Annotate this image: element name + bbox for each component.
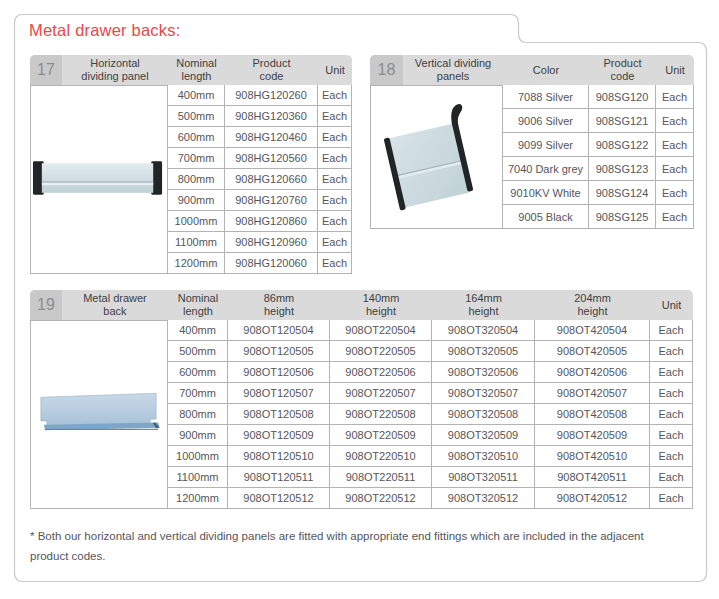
table-rows: 400mm908HG120260Each500mm908HG120360Each… bbox=[168, 85, 352, 274]
table-cell: 908HG120460 bbox=[225, 127, 318, 148]
table-row: 700mm908OT120507908OT220507908OT32050790… bbox=[168, 383, 693, 404]
table-row: 600mm908HG120460Each bbox=[168, 127, 352, 148]
table-body: 7088 Silver908SG120Each9006 Silver908SG1… bbox=[370, 85, 694, 229]
table-row: 900mm908OT120509908OT220509908OT32050990… bbox=[168, 425, 693, 446]
table-cell: Each bbox=[318, 169, 352, 190]
table-cell: 1100mm bbox=[168, 232, 225, 253]
table-cell: Each bbox=[656, 181, 694, 205]
table-cell: 908OT120512 bbox=[228, 488, 330, 509]
table-cell: Each bbox=[650, 341, 693, 362]
table-cell: 908OT420510 bbox=[535, 446, 650, 467]
table-rows: 7088 Silver908SG120Each9006 Silver908SG1… bbox=[503, 85, 694, 229]
table-cell: Each bbox=[650, 362, 693, 383]
table-row: 1100mm908OT120511908OT220511908OT3205119… bbox=[168, 467, 693, 488]
table-cell: 908OT220509 bbox=[330, 425, 432, 446]
table-cell: Each bbox=[318, 190, 352, 211]
table-cell: 400mm bbox=[168, 320, 228, 341]
table-cell: 908SG123 bbox=[589, 157, 656, 181]
table-body: 400mm908OT120504908OT220504908OT32050490… bbox=[30, 320, 693, 509]
table-row: 7040 Dark grey908SG123Each bbox=[503, 157, 694, 181]
table-cell: 908HG120360 bbox=[225, 106, 318, 127]
table-row: 600mm908OT120506908OT220506908OT32050690… bbox=[168, 362, 693, 383]
table-cell: 400mm bbox=[168, 85, 225, 106]
table-cell: 900mm bbox=[168, 425, 228, 446]
table-row: 9006 Silver908SG121Each bbox=[503, 109, 694, 133]
table-image-cell bbox=[30, 320, 168, 509]
table-cell: 908OT120511 bbox=[228, 467, 330, 488]
table-cell: 908OT420508 bbox=[535, 404, 650, 425]
table-body: 400mm908HG120260Each500mm908HG120360Each… bbox=[30, 85, 352, 274]
table-cell: 908OT120507 bbox=[228, 383, 330, 404]
table-image-cell bbox=[370, 85, 503, 229]
table-cell: 9006 Silver bbox=[503, 109, 589, 133]
table-row: 500mm908HG120360Each bbox=[168, 106, 352, 127]
table-cell: 908OT120508 bbox=[228, 404, 330, 425]
table-cell: 908SG125 bbox=[589, 205, 656, 229]
table-cell: 500mm bbox=[168, 341, 228, 362]
table-cell: 700mm bbox=[168, 383, 228, 404]
table-cell: 1200mm bbox=[168, 253, 225, 274]
table-cell: 908OT420506 bbox=[535, 362, 650, 383]
table-rows: 400mm908OT120504908OT220504908OT32050490… bbox=[168, 320, 693, 509]
column-header: Unit bbox=[318, 55, 352, 85]
column-header: Metal drawer back bbox=[62, 290, 168, 320]
table-row: 400mm908HG120260Each bbox=[168, 85, 352, 106]
table-cell: 908OT120510 bbox=[228, 446, 330, 467]
table-row: 800mm908OT120508908OT220508908OT32050890… bbox=[168, 404, 693, 425]
table-cell: 908OT120505 bbox=[228, 341, 330, 362]
table-row: 700mm908HG120560Each bbox=[168, 148, 352, 169]
table-cell: Each bbox=[318, 127, 352, 148]
table-cell: 908HG120560 bbox=[225, 148, 318, 169]
table-cell: Each bbox=[318, 85, 352, 106]
table-cell: 908OT320509 bbox=[432, 425, 535, 446]
table-cell: 908OT320505 bbox=[432, 341, 535, 362]
table-cell: 908HG120660 bbox=[225, 169, 318, 190]
metal-drawer-back-image bbox=[31, 321, 167, 508]
table-cell: Each bbox=[318, 232, 352, 253]
table-cell: Each bbox=[650, 467, 693, 488]
column-header: 164mm height bbox=[432, 290, 535, 320]
table-cell: 908OT220511 bbox=[330, 467, 432, 488]
table-cell: 908OT220508 bbox=[330, 404, 432, 425]
table-cell: 1200mm bbox=[168, 488, 228, 509]
table-cell: Each bbox=[656, 157, 694, 181]
table-cell: 908OT320506 bbox=[432, 362, 535, 383]
column-header: Color bbox=[503, 55, 589, 85]
table-cell: Each bbox=[656, 85, 694, 109]
product-table-19: 19 Metal drawer back Nominal length 86mm… bbox=[30, 290, 693, 509]
table-number-badge: 18 bbox=[370, 55, 403, 85]
table-row: 400mm908OT120504908OT220504908OT32050490… bbox=[168, 320, 693, 341]
table-cell: Each bbox=[318, 106, 352, 127]
table-cell: 908HG120860 bbox=[225, 211, 318, 232]
table-row: 7088 Silver908SG120Each bbox=[503, 85, 694, 109]
table-cell: 908SG124 bbox=[589, 181, 656, 205]
table-cell: 908OT220504 bbox=[330, 320, 432, 341]
table-cell: Each bbox=[650, 425, 693, 446]
table-cell: 908SG120 bbox=[589, 85, 656, 109]
table-number-badge: 17 bbox=[30, 55, 62, 85]
table-cell: 600mm bbox=[168, 127, 225, 148]
column-header: Unit bbox=[650, 290, 693, 320]
column-header: Nominal length bbox=[168, 290, 228, 320]
table-cell: 908OT420511 bbox=[535, 467, 650, 488]
product-table-17: 17 Horizontal dividing panel Nominal len… bbox=[30, 55, 352, 274]
table-cell: Each bbox=[318, 253, 352, 274]
table-cell: 908HG120060 bbox=[225, 253, 318, 274]
table-cell: 908OT320510 bbox=[432, 446, 535, 467]
catalog-page: { "page": { "title": "Metal drawer backs… bbox=[0, 0, 719, 599]
column-header: 204mm height bbox=[535, 290, 650, 320]
table-row: 500mm908OT120505908OT220505908OT32050590… bbox=[168, 341, 693, 362]
table-cell: Each bbox=[656, 109, 694, 133]
column-header: Product code bbox=[225, 55, 318, 85]
table-cell: 700mm bbox=[168, 148, 225, 169]
table-cell: 800mm bbox=[168, 404, 228, 425]
column-header: Nominal length bbox=[168, 55, 225, 85]
table-row: 9099 Silver908SG122Each bbox=[503, 133, 694, 157]
table-cell: 908OT220506 bbox=[330, 362, 432, 383]
table-cell: Each bbox=[318, 148, 352, 169]
table-cell: Each bbox=[650, 488, 693, 509]
column-header: Horizontal dividing panel bbox=[62, 55, 168, 85]
horizontal-dividing-panel-image bbox=[31, 86, 167, 273]
table-cell: 908OT320511 bbox=[432, 467, 535, 488]
table-cell: 908OT320507 bbox=[432, 383, 535, 404]
